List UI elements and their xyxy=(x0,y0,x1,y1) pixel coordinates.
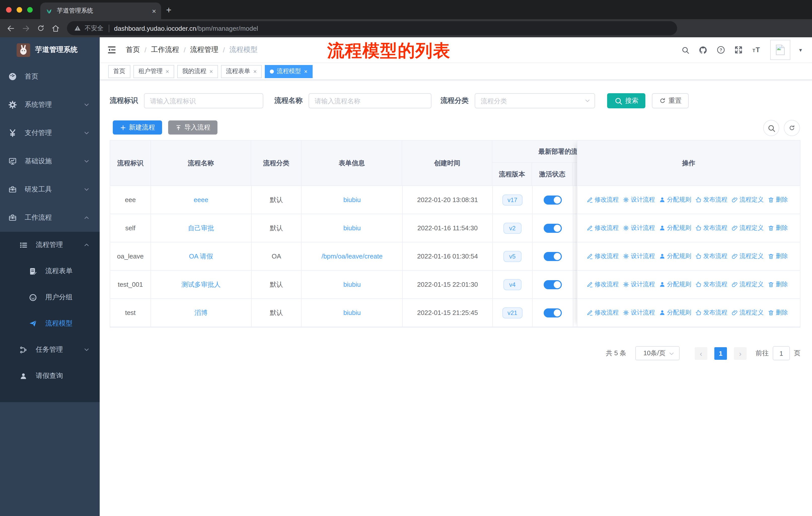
action-delete-link[interactable]: 删除 xyxy=(768,308,788,317)
breadcrumb-item[interactable]: 首页 xyxy=(126,45,140,54)
active-toggle[interactable] xyxy=(544,308,561,317)
action-definition-link[interactable]: 流程定义 xyxy=(731,252,764,261)
action-definition-link[interactable]: 流程定义 xyxy=(731,224,764,232)
action-delete-link[interactable]: 删除 xyxy=(768,280,788,289)
action-assign-link[interactable]: 分配规则 xyxy=(659,224,691,232)
sidebar-item-1[interactable]: 系统管理 xyxy=(0,91,100,119)
action-publish-link[interactable]: 发布流程 xyxy=(695,308,727,317)
view-tab-0[interactable]: 首页 xyxy=(108,65,130,78)
sidebar-item-11[interactable]: 请假查询 xyxy=(0,363,100,389)
view-tab-4[interactable]: 流程模型× xyxy=(265,65,313,78)
action-definition-link[interactable]: 流程定义 xyxy=(731,308,764,317)
action-delete-link[interactable]: 删除 xyxy=(768,252,788,261)
breadcrumb-item[interactable]: 工作流程 xyxy=(151,45,179,54)
font-size-icon[interactable]: TT xyxy=(752,45,762,54)
toggle-search-button[interactable] xyxy=(763,120,779,136)
action-definition-link[interactable]: 流程定义 xyxy=(731,195,764,204)
action-edit-link[interactable]: 修改流程 xyxy=(586,308,619,317)
process-name-link[interactable]: 测试多审批人 xyxy=(181,280,221,289)
reload-icon[interactable] xyxy=(37,24,45,32)
form-info-link[interactable]: biubiu xyxy=(343,309,361,317)
action-publish-link[interactable]: 发布流程 xyxy=(695,224,727,232)
sidebar-item-9[interactable]: 流程模型 xyxy=(0,310,100,336)
refresh-table-button[interactable] xyxy=(784,120,800,136)
action-delete-link[interactable]: 删除 xyxy=(768,224,788,232)
browser-tab[interactable]: 芋道管理系统 × xyxy=(40,2,161,19)
import-process-button[interactable]: 导入流程 xyxy=(168,120,218,135)
search-button[interactable]: 搜索 xyxy=(607,93,645,108)
tab-close-icon[interactable]: × xyxy=(152,7,156,15)
action-publish-link[interactable]: 发布流程 xyxy=(695,280,727,289)
filter-category-value[interactable] xyxy=(475,93,595,108)
form-info-link[interactable]: biubiu xyxy=(343,281,361,288)
action-design-link[interactable]: 设计流程 xyxy=(623,252,655,261)
sidebar-item-0[interactable]: 首页 xyxy=(0,62,100,91)
sidebar-item-2[interactable]: 支付管理 xyxy=(0,119,100,147)
action-edit-link[interactable]: 修改流程 xyxy=(586,280,619,289)
action-design-link[interactable]: 设计流程 xyxy=(623,308,655,317)
avatar-caret-icon[interactable]: ▾ xyxy=(799,47,802,53)
action-definition-link[interactable]: 流程定义 xyxy=(731,280,764,289)
help-icon[interactable]: ? xyxy=(717,45,726,54)
active-toggle[interactable] xyxy=(544,252,561,261)
sidebar-item-8[interactable]: 用户分组 xyxy=(0,284,100,310)
filter-category-select[interactable] xyxy=(475,93,595,108)
create-process-button[interactable]: 新建流程 xyxy=(113,120,162,135)
view-tab-1[interactable]: 租户管理× xyxy=(134,65,174,78)
process-name-link[interactable]: 自己审批 xyxy=(188,223,214,233)
filter-name-input[interactable] xyxy=(309,93,431,108)
url-bar[interactable]: 不安全 dashboard.yudao.iocoder.cn/bpm/manag… xyxy=(67,21,677,35)
form-info-link[interactable]: /bpm/oa/leave/create xyxy=(321,252,383,260)
action-publish-link[interactable]: 发布流程 xyxy=(695,195,727,204)
view-tab-2[interactable]: 我的流程× xyxy=(177,65,218,78)
action-assign-link[interactable]: 分配规则 xyxy=(659,252,691,261)
view-tab-3[interactable]: 流程表单× xyxy=(221,65,262,78)
action-edit-link[interactable]: 修改流程 xyxy=(586,252,619,261)
close-window-button[interactable] xyxy=(6,7,11,12)
github-icon[interactable] xyxy=(698,45,708,55)
action-delete-link[interactable]: 删除 xyxy=(768,195,788,204)
goto-page-input[interactable] xyxy=(773,346,790,360)
sidebar-item-3[interactable]: 基础设施 xyxy=(0,147,100,175)
page-size-select[interactable]: 10条/页 xyxy=(635,346,679,360)
action-edit-link[interactable]: 修改流程 xyxy=(586,195,619,204)
action-edit-link[interactable]: 修改流程 xyxy=(586,224,619,232)
form-info-link[interactable]: biubiu xyxy=(343,224,361,232)
prev-page-button[interactable]: ‹ xyxy=(695,347,707,359)
active-toggle[interactable] xyxy=(544,195,561,204)
active-toggle[interactable] xyxy=(544,280,561,289)
breadcrumb-item[interactable]: 流程管理 xyxy=(190,45,219,54)
view-tab-close-icon[interactable]: × xyxy=(253,68,257,75)
view-tab-close-icon[interactable]: × xyxy=(209,68,213,75)
action-design-link[interactable]: 设计流程 xyxy=(623,195,655,204)
sidebar-item-4[interactable]: 研发工具 xyxy=(0,175,100,203)
new-tab-button[interactable]: + xyxy=(166,5,171,16)
process-name-link[interactable]: eeee xyxy=(194,196,208,203)
back-icon[interactable] xyxy=(6,24,15,32)
window-controls[interactable] xyxy=(6,7,33,12)
fullscreen-icon[interactable] xyxy=(734,45,743,54)
sidebar-item-6[interactable]: 流程管理 xyxy=(0,232,100,258)
header-search-icon[interactable] xyxy=(682,46,690,54)
action-assign-link[interactable]: 分配规则 xyxy=(659,195,691,204)
action-assign-link[interactable]: 分配规则 xyxy=(659,280,691,289)
current-page-button[interactable]: 1 xyxy=(714,347,727,359)
home-icon[interactable] xyxy=(51,24,60,32)
reset-button[interactable]: 重置 xyxy=(652,93,689,108)
sidebar-item-10[interactable]: 任务管理 xyxy=(0,336,100,363)
process-name-link[interactable]: OA 请假 xyxy=(189,252,213,261)
action-publish-link[interactable]: 发布流程 xyxy=(695,252,727,261)
active-toggle[interactable] xyxy=(544,223,561,233)
process-name-link[interactable]: 滔博 xyxy=(194,308,207,317)
minimize-window-button[interactable] xyxy=(17,7,22,12)
sidebar-item-5[interactable]: 工作流程 xyxy=(0,203,100,232)
form-info-link[interactable]: biubiu xyxy=(343,196,361,203)
forward-icon[interactable] xyxy=(22,24,30,32)
view-tab-close-icon[interactable]: × xyxy=(304,68,308,75)
sidebar-item-7[interactable]: 流程表单 xyxy=(0,258,100,284)
action-design-link[interactable]: 设计流程 xyxy=(623,224,655,232)
next-page-button[interactable]: › xyxy=(734,347,747,359)
sidebar-collapse-icon[interactable] xyxy=(107,45,117,55)
view-tab-close-icon[interactable]: × xyxy=(166,68,169,75)
maximize-window-button[interactable] xyxy=(27,7,33,12)
